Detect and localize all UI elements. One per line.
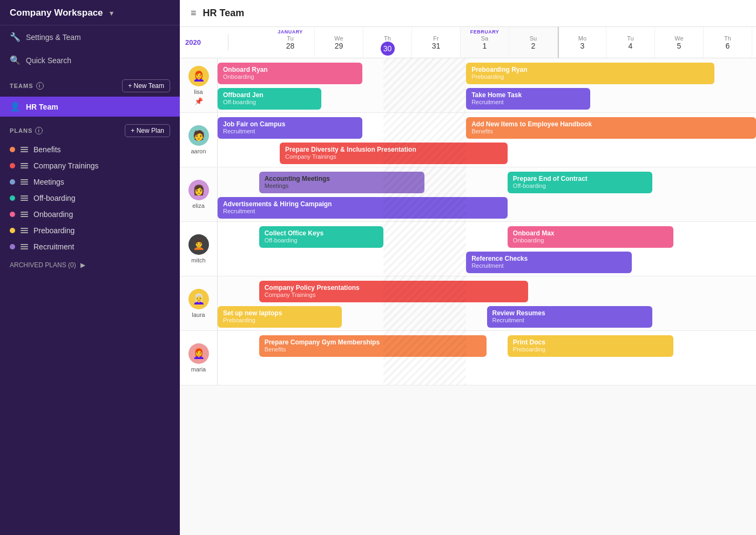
person-timeline: Collect Office Keys Off-boarding Onboard… bbox=[218, 222, 756, 276]
task-bar[interactable]: Prepare Diversity & Inclusion Presentati… bbox=[280, 143, 508, 164]
plan-lines-icon bbox=[21, 179, 28, 185]
sidebar-item-hr-team[interactable]: 👤 HR Team bbox=[0, 97, 180, 117]
task-bar[interactable]: Set up new laptops Preboarding bbox=[218, 306, 342, 328]
month-label: FEBRUARY bbox=[462, 29, 508, 35]
plan-dot bbox=[10, 163, 15, 168]
new-team-button[interactable]: + New Team bbox=[122, 79, 170, 92]
plan-dot bbox=[10, 244, 15, 249]
task-bar[interactable]: Advertisements & Hiring Campaign Recruit… bbox=[218, 197, 508, 219]
topbar: ≡ HR Team bbox=[180, 0, 756, 27]
archived-plans-row[interactable]: ARCHIVED PLANS (0) ▶ bbox=[0, 255, 180, 275]
person-name: lisa bbox=[194, 89, 203, 95]
task-plan: Company Trainings bbox=[265, 292, 523, 298]
plan-name: Benefits bbox=[33, 145, 61, 154]
day-number: 28 bbox=[267, 42, 313, 50]
sidebar-plan-item[interactable]: Onboarding bbox=[0, 206, 180, 222]
task-bar[interactable]: Company Policy Presentations Company Tra… bbox=[259, 281, 529, 302]
sidebar-plan-item[interactable]: Company Trainings bbox=[0, 158, 180, 174]
main-area: ≡ HR Team 2020 JANUARYTu28XWe29XTh30XFr3… bbox=[180, 0, 756, 535]
task-plan: Off-boarding bbox=[265, 237, 378, 243]
task-bar[interactable]: Prepare Company Gym Memberships Benefits bbox=[259, 335, 487, 357]
task-plan: Recruitment bbox=[492, 317, 647, 323]
person-info: 👩‍🦰 lisa 📌 bbox=[180, 58, 218, 112]
calendar-header: 2020 JANUARYTu28XWe29XTh30XFr31FEBRUARYS… bbox=[180, 27, 756, 58]
plan-lines-icon bbox=[21, 163, 28, 168]
person-timeline: Company Policy Presentations Company Tra… bbox=[218, 276, 756, 330]
day-name: We bbox=[316, 35, 362, 42]
person-row: 👩‍🦰 maria Prepare Company Gym Membership… bbox=[180, 331, 756, 385]
calendar-day-header: XMo3 bbox=[558, 27, 606, 58]
person-name: mitch bbox=[191, 257, 205, 263]
person-info: 👩‍🦳 laura bbox=[180, 276, 218, 330]
day-name: We bbox=[656, 35, 702, 42]
task-bar[interactable]: Print Docs Preboarding bbox=[508, 335, 673, 357]
menu-icon[interactable]: ≡ bbox=[191, 8, 197, 19]
task-bar[interactable]: Reference Checks Recruitment bbox=[466, 252, 632, 273]
task-bar[interactable]: Collect Office Keys Off-boarding bbox=[259, 226, 383, 248]
day-name: Th bbox=[705, 35, 751, 42]
task-title: Reference Checks bbox=[471, 255, 626, 262]
person-row: 👩‍🦰 lisa 📌 Onboard Ryan Onboarding Prebo… bbox=[180, 58, 756, 113]
person-info: 👩‍🦰 maria bbox=[180, 331, 218, 385]
day-name: Su bbox=[510, 35, 556, 42]
task-bar[interactable]: Onboard Ryan Onboarding bbox=[218, 63, 362, 84]
sidebar-item-search[interactable]: 🔍 Quick Search bbox=[0, 49, 180, 72]
plans-section-header: PLANS i + New Plan bbox=[0, 117, 180, 141]
task-bar[interactable]: Prepare End of Contract Off-boarding bbox=[508, 172, 652, 193]
task-title: Offboard Jen bbox=[223, 91, 316, 99]
task-title: Onboard Max bbox=[513, 229, 668, 237]
task-bar[interactable]: Accounting Meetings Meetings bbox=[259, 172, 425, 193]
plan-lines-icon bbox=[21, 244, 28, 249]
search-label: Quick Search bbox=[26, 56, 71, 65]
person-info: 🧑 aaron bbox=[180, 113, 218, 167]
teams-section-header: TEAMS i + New Team bbox=[0, 72, 180, 97]
task-plan: Recruitment bbox=[471, 99, 585, 105]
plan-name: Company Trainings bbox=[33, 161, 99, 170]
plan-lines-icon bbox=[21, 195, 28, 201]
person-timeline: Prepare Company Gym Memberships Benefits… bbox=[218, 331, 756, 385]
day-number: 4 bbox=[608, 42, 653, 50]
sidebar-plan-item[interactable]: Meetings bbox=[0, 174, 180, 190]
settings-icon: 🔧 bbox=[10, 32, 21, 42]
task-title: Collect Office Keys bbox=[265, 229, 378, 237]
task-plan: Recruitment bbox=[223, 128, 357, 134]
calendar-day-header: XTh6 bbox=[704, 27, 752, 58]
calendar-body: 👩‍🦰 lisa 📌 Onboard Ryan Onboarding Prebo… bbox=[180, 58, 756, 385]
task-bar[interactable]: Preboarding Ryan Preboarding bbox=[466, 63, 714, 84]
task-plan: Company Trainings bbox=[285, 153, 502, 160]
pin-icon: 📌 bbox=[194, 97, 203, 105]
workspace-selector[interactable]: Company Workspace ▾ bbox=[0, 0, 180, 25]
sidebar-plan-item[interactable]: Benefits bbox=[0, 141, 180, 158]
sidebar-plan-item[interactable]: Preboarding bbox=[0, 222, 180, 239]
sidebar-plan-item[interactable]: Recruitment bbox=[0, 239, 180, 255]
new-plan-button[interactable]: + New Plan bbox=[125, 124, 170, 137]
task-bar[interactable]: Onboard Max Onboarding bbox=[508, 226, 673, 248]
task-title: Advertisements & Hiring Campaign bbox=[223, 200, 502, 208]
plan-lines-icon bbox=[21, 147, 28, 152]
teams-section-label: TEAMS bbox=[10, 83, 33, 89]
task-bar[interactable]: Add New Items to Employee Handbook Benef… bbox=[466, 117, 756, 139]
person-timeline: Job Fair on Campus Recruitment Add New I… bbox=[218, 113, 756, 167]
teams-info-icon[interactable]: i bbox=[36, 82, 44, 90]
avatar: 👩‍🦰 bbox=[188, 343, 209, 364]
sidebar-plan-item[interactable]: Off-boarding bbox=[0, 190, 180, 206]
plan-name: Meetings bbox=[33, 178, 64, 186]
day-name: Tu bbox=[608, 35, 653, 42]
task-plan: Preboarding bbox=[471, 73, 709, 80]
task-bar[interactable]: Offboard Jen Off-boarding bbox=[218, 88, 321, 110]
task-bar[interactable]: Review Resumes Recruitment bbox=[487, 306, 653, 328]
task-bar[interactable]: Take Home Task Recruitment bbox=[466, 88, 590, 110]
plan-dot bbox=[10, 195, 15, 201]
plans-list: Benefits Company Trainings Meetings Off-… bbox=[0, 141, 180, 255]
task-plan: Off-boarding bbox=[513, 182, 647, 189]
sidebar-item-settings[interactable]: 🔧 Settings & Team bbox=[0, 25, 180, 49]
plan-name: Recruitment bbox=[33, 242, 74, 251]
task-title: Add New Items to Employee Handbook bbox=[471, 120, 751, 128]
task-title: Take Home Task bbox=[471, 91, 585, 99]
day-number: 2 bbox=[510, 42, 556, 50]
plans-info-icon[interactable]: i bbox=[35, 127, 43, 134]
task-bar[interactable]: Job Fair on Campus Recruitment bbox=[218, 117, 362, 139]
task-title: Prepare End of Contract bbox=[513, 175, 647, 182]
task-plan: Off-boarding bbox=[223, 99, 316, 105]
person-timeline: Onboard Ryan Onboarding Preboarding Ryan… bbox=[218, 58, 756, 112]
